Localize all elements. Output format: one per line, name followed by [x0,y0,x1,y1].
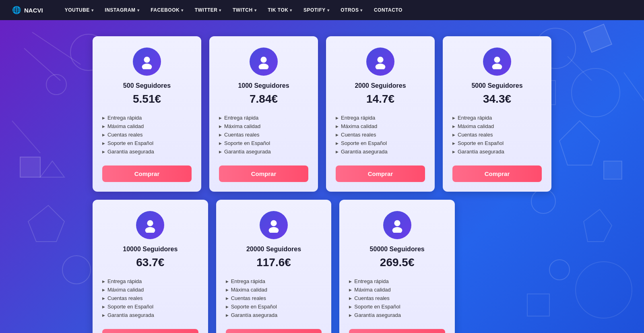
buy-button[interactable]: Comprar [349,329,445,333]
card-price: 34.3€ [483,93,511,105]
card-features-list: Entrega rápidaMáxima calidadCuentas real… [349,277,445,319]
pricing-card-card-5000: 5000 Seguidores34.3€Entrega rápidaMáxima… [443,36,551,192]
feature-item: Entrega rápida [336,114,425,122]
dropdown-arrow-icon: ▾ [327,8,330,12]
nav-link[interactable]: TWITCH▾ [227,0,262,20]
svg-point-3 [46,74,66,95]
svg-point-36 [392,227,402,233]
card-followers-title: 50000 Seguidores [370,246,425,253]
nav-item-spotify[interactable]: SPOTIFY▾ [298,0,335,20]
brand-logo[interactable]: 🌐 NACVI [12,6,43,14]
svg-point-35 [394,220,400,226]
svg-point-27 [377,57,383,63]
feature-item: Máxima calidad [102,285,198,294]
nav-item-twitch[interactable]: TWITCH▾ [227,0,262,20]
dropdown-arrow-icon: ▾ [219,8,221,12]
dropdown-arrow-icon: ▾ [290,8,292,12]
card-avatar [483,48,511,76]
svg-marker-5 [28,205,64,242]
buy-button[interactable]: Comprar [102,165,192,182]
card-avatar [133,48,161,76]
feature-item: Máxima calidad [102,122,192,130]
feature-item: Soporte en Español [102,139,192,147]
cards-grid-bottom: 10000 Seguidores63.7€Entrega rápidaMáxim… [93,200,455,333]
feature-item: Cuentas reales [226,294,322,302]
feature-item: Garantía asegurada [219,147,308,156]
svg-marker-14 [559,121,600,165]
card-avatar [136,211,164,239]
pricing-card-card-500: 500 Seguidores5.51€Entrega rápidaMáxima … [93,36,201,192]
nav-link[interactable]: TWITTER▾ [189,0,227,20]
card-followers-title: 5000 Seguidores [471,82,522,89]
globe-icon: 🌐 [12,6,21,14]
feature-item: Entrega rápida [219,114,308,122]
dropdown-arrow-icon: ▾ [360,8,363,12]
buy-button[interactable]: Comprar [219,165,308,182]
svg-point-32 [145,227,155,233]
feature-item: Garantía asegurada [452,147,542,156]
nav-link[interactable]: YOUTUBE▾ [59,0,99,20]
svg-point-28 [376,64,386,69]
card-avatar [250,48,278,76]
nav-link[interactable]: TIK TOK▾ [262,0,298,20]
feature-item: Soporte en Español [219,139,308,147]
buy-button[interactable]: Comprar [226,329,322,333]
nav-item-facebook[interactable]: FACEBOOK▾ [145,0,189,20]
svg-marker-17 [584,209,612,242]
nav-item-instagram[interactable]: INSTAGRAM▾ [99,0,145,20]
svg-point-19 [576,262,632,318]
svg-rect-4 [20,157,40,177]
svg-line-21 [624,72,644,101]
svg-point-26 [259,64,269,69]
card-avatar [260,211,288,239]
nav-link[interactable]: CONTACTO [368,0,408,20]
nav-item-twitter[interactable]: TWITTER▾ [189,0,227,20]
card-features-list: Entrega rápidaMáxima calidadCuentas real… [102,114,192,156]
buy-button[interactable]: Comprar [452,165,542,182]
svg-point-30 [492,64,502,69]
card-price: 63.7€ [136,256,164,269]
nav-item-otros[interactable]: OTROS▾ [335,0,368,20]
card-followers-title: 1000 Seguidores [238,82,289,89]
navbar: 🌐 NACVI YOUTUBE▾INSTAGRAM▾FACEBOOK▾TWITT… [0,0,644,20]
nav-link[interactable]: INSTAGRAM▾ [99,0,145,20]
nav-link[interactable]: OTROS▾ [335,0,368,20]
feature-item: Máxima calidad [219,122,308,130]
main-content: 500 Seguidores5.51€Entrega rápidaMáxima … [80,20,564,333]
card-price: 14.7€ [366,93,394,105]
feature-item: Garantía asegurada [102,147,192,156]
svg-point-13 [572,68,620,117]
feature-item: Entrega rápida [349,277,445,285]
card-followers-title: 20000 Seguidores [246,246,301,253]
svg-point-24 [142,64,152,69]
feature-item: Soporte en Español [226,302,322,311]
feature-item: Soporte en Español [349,302,445,311]
card-followers-title: 2000 Seguidores [355,82,406,89]
buy-button[interactable]: Comprar [102,329,198,333]
feature-item: Garantía asegurada [336,147,425,156]
pricing-card-card-2000: 2000 Seguidores14.7€Entrega rápidaMáxima… [326,36,435,192]
brand-name: NACVI [24,7,43,14]
pricing-card-card-10000: 10000 Seguidores63.7€Entrega rápidaMáxim… [93,200,208,333]
card-features-list: Entrega rápidaMáxima calidadCuentas real… [226,277,322,319]
feature-item: Máxima calidad [226,285,322,294]
buy-button[interactable]: Comprar [336,165,425,182]
feature-item: Cuentas reales [336,130,425,139]
card-avatar [366,48,394,76]
dropdown-arrow-icon: ▾ [91,8,94,12]
nav-menu: YOUTUBE▾INSTAGRAM▾FACEBOOK▾TWITTER▾TWITC… [59,0,408,20]
nav-item-contacto[interactable]: CONTACTO [368,0,408,20]
nav-item-tik-tok[interactable]: TIK TOK▾ [262,0,298,20]
nav-item-youtube[interactable]: YOUTUBE▾ [59,0,99,20]
svg-marker-11 [584,24,612,52]
feature-item: Soporte en Español [102,302,198,311]
nav-link[interactable]: SPOTIFY▾ [298,0,335,20]
feature-item: Cuentas reales [349,294,445,302]
feature-item: Máxima calidad [452,122,542,130]
card-price: 269.5€ [380,256,415,269]
nav-link[interactable]: FACEBOOK▾ [145,0,189,20]
card-followers-title: 10000 Seguidores [123,246,178,253]
feature-item: Cuentas reales [452,130,542,139]
pricing-card-card-1000: 1000 Seguidores7.84€Entrega rápidaMáxima… [209,36,318,192]
svg-line-1 [32,32,80,64]
